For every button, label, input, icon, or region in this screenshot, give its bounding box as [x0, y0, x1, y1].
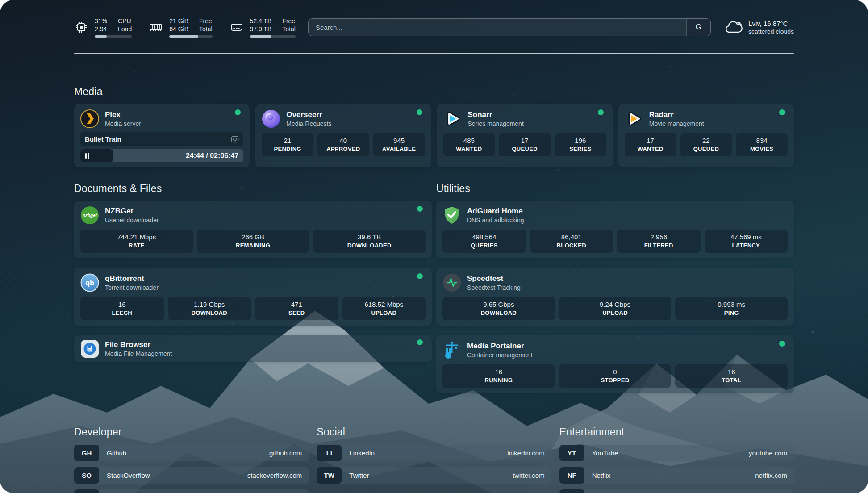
pause-button[interactable]: [85, 153, 89, 159]
app-description: Media server: [105, 120, 229, 128]
link-twitter[interactable]: TW Twitter twitter.com: [317, 467, 551, 484]
section-title-utilities: Utilities: [436, 183, 794, 195]
stat-tile-download: 9.65 GbpsDOWNLOAD: [442, 297, 555, 320]
app-name: Speedtest: [467, 274, 788, 283]
stat-tile-blocked: 86,401BLOCKED: [530, 230, 613, 253]
link-label: Twitter: [349, 472, 513, 479]
memory-free: 21 GiB: [169, 17, 188, 25]
stat-tile-rate: 744.21 MbpsRATE: [80, 230, 193, 253]
app-name: NZBGet: [105, 206, 411, 216]
stat-tile-total: 16TOTAL: [675, 364, 788, 388]
memory-stat: 21 GiB64 GiB FreeTotal: [149, 17, 212, 38]
cpu-load-value: 2.94: [95, 25, 107, 33]
app-description: Container management: [467, 351, 773, 359]
memory-icon: [149, 20, 163, 34]
documents-column: nzbget NZBGet Usenet downloader 744.21 M…: [74, 201, 432, 362]
status-online-dot: [417, 273, 423, 279]
adguard-card[interactable]: AdGuard Home DNS and adblocking 498,564Q…: [436, 201, 794, 258]
stat-tile-wanted: 485WANTED: [443, 133, 495, 156]
nzbget-icon: nzbget: [80, 206, 99, 225]
stat-tile-movies: 834MOVIES: [736, 133, 788, 156]
app-name: Radarr: [649, 110, 773, 119]
app-description: Movie management: [649, 120, 773, 128]
cpu-stat: 31%2.94 CPULoad: [74, 17, 132, 38]
link-label: YouTube: [592, 449, 749, 457]
svg-text:nzbget: nzbget: [83, 213, 97, 218]
disk-icon: [230, 20, 244, 34]
overseerr-icon: [262, 109, 280, 128]
overseerr-card[interactable]: Overseerr Media Requests 21PENDING 40APP…: [255, 104, 431, 167]
status-online-dot: [779, 341, 785, 347]
app-name: File Browser: [105, 340, 411, 349]
app-name: Media Portainer: [467, 341, 773, 351]
nzbget-card[interactable]: nzbget NZBGet Usenet downloader 744.21 M…: [74, 201, 432, 258]
media-type-icon: [231, 135, 239, 143]
link-github[interactable]: GH Github github.com: [74, 445, 309, 461]
link-url: netflix.com: [755, 472, 787, 479]
filebrowser-icon: [80, 339, 99, 358]
link-linkedin[interactable]: LI LinkedIn linkedin.com: [317, 445, 551, 461]
app-name: Plex: [105, 110, 229, 119]
stat-tile-upload: 9.24 GbpsUPLOAD: [559, 297, 672, 320]
stat-tile-remaining: 266 GBREMAINING: [197, 230, 309, 253]
link-tag: LI: [317, 445, 342, 461]
cloud-icon: [724, 20, 743, 35]
portainer-card[interactable]: Media Portainer Container management 16R…: [436, 335, 794, 393]
svg-text:qb: qb: [85, 279, 94, 287]
stat-tile-filtered: 2,956FILTERED: [617, 230, 701, 253]
link-url: github.com: [269, 449, 302, 457]
app-description: Torrent downloader: [105, 284, 411, 292]
media-cards-row: Plex Media server Bullet Train: [74, 104, 794, 167]
utilities-column: AdGuard Home DNS and adblocking 498,564Q…: [436, 201, 794, 393]
filebrowser-card[interactable]: File Browser Media File Management: [74, 335, 432, 362]
link-stackoverflow[interactable]: SO StackOverflow stackoverflow.com: [74, 467, 309, 484]
google-search-button[interactable]: G: [686, 19, 710, 36]
developer-links-section: Developer GH Github github.com SO StackO…: [74, 426, 309, 493]
radarr-icon: [625, 109, 643, 128]
status-online-dot: [417, 206, 423, 212]
qbittorrent-icon: qb: [80, 273, 99, 292]
link-tag: GH: [74, 445, 99, 461]
link-reddit[interactable]: RE Reddit reddit.com: [559, 489, 794, 493]
search-input[interactable]: [309, 19, 686, 36]
qbittorrent-card[interactable]: qb qBittorrent Torrent downloader 16LEEC…: [74, 268, 432, 326]
radarr-card[interactable]: Radarr Movie management 17WANTED 22QUEUE…: [618, 104, 794, 167]
stat-tile-latency: 47.569 msLATENCY: [705, 230, 788, 253]
link-dev[interactable]: DT DEV dev.to: [74, 489, 309, 493]
speedtest-card[interactable]: Speedtest Speedtest Tracking 9.65 GbpsDO…: [436, 268, 794, 326]
link-tag: YT: [559, 445, 584, 461]
link-netflix[interactable]: NF Netflix netflix.com: [559, 467, 794, 484]
adguard-icon: [442, 206, 461, 225]
section-title-social: Social: [317, 426, 551, 438]
link-tag: DT: [74, 489, 99, 493]
stat-tile-downloaded: 39.6 TBDOWNLOADED: [313, 230, 426, 253]
cpu-icon: [74, 20, 88, 34]
stat-tile-approved: 40APPROVED: [317, 133, 369, 156]
stat-tile-upload: 618.52 MbpsUPLOAD: [342, 297, 426, 320]
app-name: qBittorrent: [105, 274, 411, 283]
link-youtube[interactable]: YT YouTube youtube.com: [559, 445, 794, 461]
link-label: LinkedIn: [349, 449, 507, 457]
link-url: linkedin.com: [507, 449, 544, 457]
app-description: Speedtest Tracking: [467, 284, 788, 292]
section-title-documents: Documents & Files: [74, 183, 432, 195]
status-online-dot: [417, 339, 423, 345]
portainer-icon: [442, 341, 461, 359]
stat-tile-series: 196SERIES: [555, 133, 606, 156]
disk-stat: 52.4 TB97.9 TB FreeTotal: [230, 17, 296, 38]
stat-tile-available: 945AVAILABLE: [373, 133, 425, 156]
status-online-dot: [779, 109, 785, 115]
sonarr-card[interactable]: Sonarr Series management 485WANTED 17QUE…: [437, 104, 613, 167]
stat-tile-queued: 22QUEUED: [680, 133, 732, 156]
plex-card[interactable]: Plex Media server Bullet Train: [74, 104, 250, 167]
social-links-section: Social LI LinkedIn linkedin.com TW Twitt…: [317, 426, 551, 493]
cpu-label-1: CPU: [118, 17, 132, 25]
link-url: stackoverflow.com: [247, 472, 302, 479]
stat-tile-queued: 17QUEUED: [499, 133, 551, 156]
app-name: Overseerr: [286, 110, 410, 119]
link-label: Github: [107, 449, 269, 457]
cpu-usage: 31%: [95, 17, 107, 25]
status-online-dot: [235, 109, 241, 115]
weather-location-temp: Lviv, 16.87°C: [748, 20, 794, 27]
stat-tile-ping: 0.993 msPING: [675, 297, 788, 320]
